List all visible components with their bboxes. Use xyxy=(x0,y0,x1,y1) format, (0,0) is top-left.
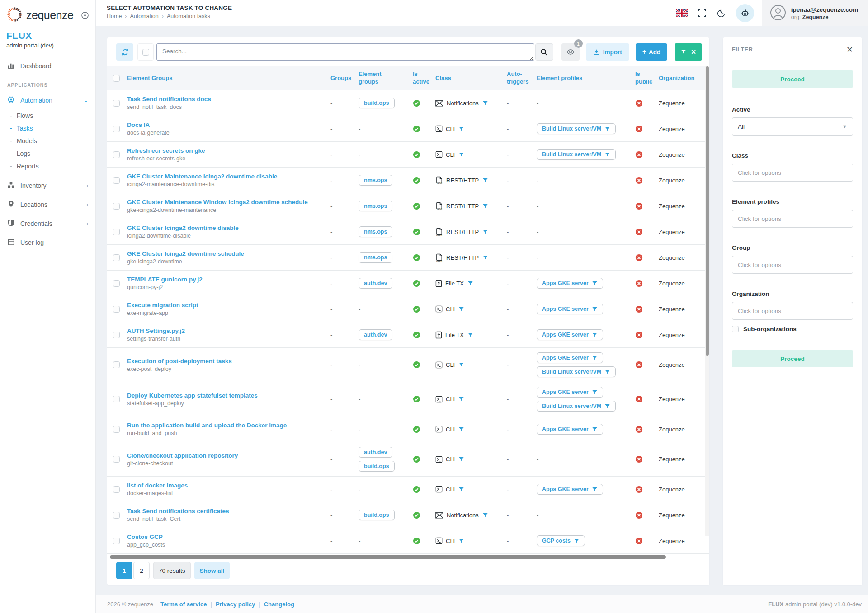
column-filter-funnel-icon[interactable] xyxy=(458,538,464,544)
element-group-badge[interactable]: nms.ops xyxy=(359,175,392,186)
column-header-groups[interactable]: Groups xyxy=(330,71,359,86)
task-name-link[interactable]: GKE Cluster Maintenance Window Icinga2 d… xyxy=(127,199,308,206)
row-checkbox[interactable] xyxy=(113,126,120,132)
sub-organizations-checkbox[interactable] xyxy=(732,326,739,332)
element-group-badge[interactable]: nms.ops xyxy=(359,252,392,263)
column-filter-funnel-icon[interactable] xyxy=(458,362,464,368)
column-filter-funnel-icon[interactable] xyxy=(467,332,473,338)
task-name-link[interactable]: Costos GCP xyxy=(127,533,163,540)
task-name-link[interactable]: GKE Cluster Maintenance Icinga2 downtime… xyxy=(127,173,277,180)
row-checkbox[interactable] xyxy=(113,512,120,519)
column-filter-funnel-icon[interactable] xyxy=(482,203,488,209)
row-checkbox[interactable] xyxy=(113,396,120,402)
filter-proceed-button-top[interactable]: Proceed xyxy=(732,70,853,88)
column-filter-funnel-icon[interactable] xyxy=(467,281,473,286)
column-filter-funnel-icon[interactable] xyxy=(458,456,464,462)
column-filter-funnel-icon[interactable] xyxy=(592,306,598,312)
element-profile-badge[interactable]: Apps GKE server xyxy=(537,304,603,314)
sidebar-item-automation[interactable]: Automation ⌄ xyxy=(0,91,95,109)
element-profile-badge[interactable]: Build Linux server/VM xyxy=(537,401,616,412)
sidebar-item-credentials[interactable]: Credentials › xyxy=(0,214,95,233)
column-filter-funnel-icon[interactable] xyxy=(458,126,464,132)
page-button-2[interactable]: 2 xyxy=(133,562,150,579)
element-profile-badge[interactable]: Build Linux server/VM xyxy=(537,149,616,160)
user-menu[interactable]: ipenaa@zequenze.com org: Zequenze xyxy=(762,0,868,26)
element-profile-badge[interactable]: Apps GKE server xyxy=(537,387,603,398)
filter-close-icon[interactable]: ✕ xyxy=(846,46,853,54)
row-checkbox[interactable] xyxy=(113,486,120,493)
element-group-badge[interactable]: build.ops xyxy=(359,510,395,520)
import-button[interactable]: Import xyxy=(586,43,629,61)
search-button[interactable] xyxy=(535,43,553,61)
column-header-is-public[interactable]: Is public xyxy=(635,67,659,89)
page-button-1[interactable]: 1 xyxy=(116,562,132,579)
element-profile-badge[interactable]: Build Linux server/VM xyxy=(537,123,616,134)
row-checkbox[interactable] xyxy=(113,203,120,210)
column-filter-funnel-icon[interactable] xyxy=(592,487,598,492)
filter-active-select[interactable]: All ▼ xyxy=(732,117,853,136)
visibility-button[interactable]: 1 xyxy=(561,43,580,61)
fullscreen-icon[interactable] xyxy=(698,9,707,18)
refresh-button[interactable] xyxy=(116,43,133,61)
element-profile-badge[interactable]: Apps GKE server xyxy=(537,484,603,495)
task-name-link[interactable]: GKE Cluster Icinga2 downtime disable xyxy=(127,225,239,231)
row-checkbox[interactable] xyxy=(113,361,120,368)
task-name-link[interactable]: Execution of post-deployment tasks xyxy=(127,358,232,365)
column-header-class[interactable]: Class xyxy=(435,71,507,86)
row-checkbox[interactable] xyxy=(113,306,120,313)
row-checkbox[interactable] xyxy=(113,177,120,184)
filter-organization-input[interactable] xyxy=(732,302,853,320)
element-profile-badge[interactable]: Apps GKE server xyxy=(537,424,603,435)
column-filter-funnel-icon[interactable] xyxy=(482,229,488,235)
row-checkbox[interactable] xyxy=(113,280,120,287)
column-filter-funnel-icon[interactable] xyxy=(458,152,464,158)
sidebar-item-locations[interactable]: Locations › xyxy=(0,195,95,214)
row-checkbox[interactable] xyxy=(113,254,120,261)
row-checkbox[interactable] xyxy=(113,538,120,544)
language-flag-icon[interactable] xyxy=(676,9,688,17)
sidebar-item-user-log[interactable]: User log xyxy=(0,233,95,252)
add-button[interactable]: + Add xyxy=(636,43,668,61)
element-profile-badge[interactable]: GCP costs xyxy=(537,535,585,546)
element-profile-badge[interactable]: Apps GKE server xyxy=(537,352,603,363)
column-header-element-profiles[interactable]: Element profiles xyxy=(537,71,635,86)
sidebar-item-logs[interactable]: -Logs xyxy=(0,147,95,160)
column-header-auto-triggers[interactable]: Auto-triggers xyxy=(507,67,537,89)
filter-toggle-button[interactable]: ✕ xyxy=(675,43,702,61)
element-group-badge[interactable]: build.ops xyxy=(359,461,395,472)
column-filter-funnel-icon[interactable] xyxy=(604,369,610,375)
element-profile-badge[interactable]: Apps GKE server xyxy=(537,278,603,289)
column-header-element-groups[interactable]: Element Groups xyxy=(127,71,330,86)
header-checkbox[interactable] xyxy=(113,75,120,82)
column-filter-funnel-icon[interactable] xyxy=(574,538,580,544)
element-group-badge[interactable]: auth.dev xyxy=(359,447,392,458)
sidebar-item-reports[interactable]: -Reports xyxy=(0,160,95,173)
sidebar-item-dashboard[interactable]: Dashboard xyxy=(0,57,95,75)
task-name-link[interactable]: Task Send notifications docs xyxy=(127,96,211,103)
column-filter-funnel-icon[interactable] xyxy=(592,332,598,338)
row-checkbox[interactable] xyxy=(113,229,120,235)
task-name-link[interactable]: GKE Cluster Icinga2 downtime schedule xyxy=(127,250,244,257)
filter-class-input[interactable] xyxy=(732,164,853,182)
breadcrumb-home[interactable]: Home xyxy=(107,13,122,19)
task-name-link[interactable]: Run the application build and upload the… xyxy=(127,422,287,429)
column-filter-funnel-icon[interactable] xyxy=(482,100,488,106)
element-group-badge[interactable]: auth.dev xyxy=(359,278,392,289)
sidebar-item-inventory[interactable]: Inventory › xyxy=(0,176,95,195)
sidebar-item-tasks[interactable]: -Tasks xyxy=(0,122,95,135)
column-header-is-active[interactable]: Is active xyxy=(413,67,435,89)
filter-group-input[interactable] xyxy=(732,256,853,274)
column-filter-funnel-icon[interactable] xyxy=(604,152,610,158)
column-filter-funnel-icon[interactable] xyxy=(458,396,464,402)
column-filter-funnel-icon[interactable] xyxy=(592,389,598,395)
task-name-link[interactable]: Execute migration script xyxy=(127,302,198,309)
changelog-link[interactable]: Changelog xyxy=(264,601,294,608)
element-profile-badge[interactable]: Apps GKE server xyxy=(537,329,603,340)
element-group-badge[interactable]: nms.ops xyxy=(359,201,392,211)
column-filter-funnel-icon[interactable] xyxy=(604,403,610,409)
row-checkbox[interactable] xyxy=(113,456,120,463)
column-filter-funnel-icon[interactable] xyxy=(482,255,488,261)
filter-proceed-button-bottom[interactable]: Proceed xyxy=(732,350,853,367)
column-filter-funnel-icon[interactable] xyxy=(482,512,488,518)
element-group-badge[interactable]: nms.ops xyxy=(359,226,392,237)
